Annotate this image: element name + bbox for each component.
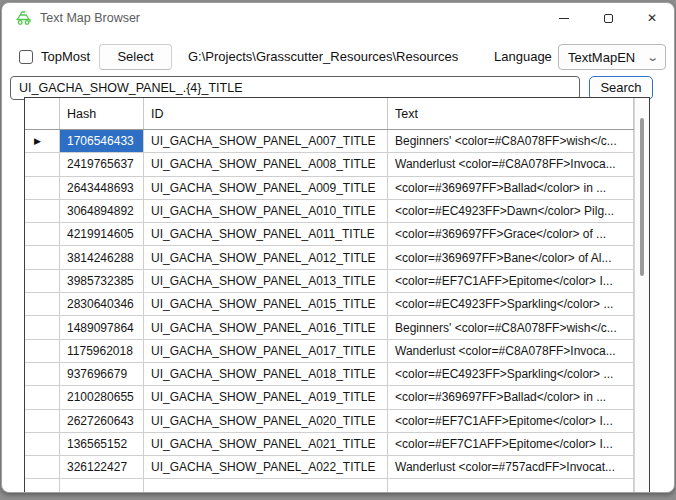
text-cell[interactable]: <color=#EC4923FF>Dawn</color> Pilg... [388,200,634,222]
text-cell[interactable]: <color=#EF7C1AFF>Epitome</color> I... [388,270,634,292]
row-header-cell[interactable] [25,177,60,199]
row-header-cell[interactable] [25,456,60,478]
table-row[interactable]: 326122427 UI_GACHA_SHOW_PANEL_A022_TITLE… [25,456,634,479]
hash-cell[interactable]: 2627260643 [60,410,144,432]
hash-cell[interactable]: 1175962018 [60,340,144,362]
minimize-button[interactable] [542,3,586,33]
scrollbar-thumb[interactable] [640,118,644,276]
table-row[interactable]: 3814246288 UI_GACHA_SHOW_PANEL_A012_TITL… [25,246,634,269]
row-header-cell[interactable]: ▶ [25,130,60,152]
id-cell[interactable]: UI_GACHA_SHOW_PANEL_A011_TITLE [144,223,388,245]
hash-cell[interactable]: 1706546433 [60,130,144,152]
text-cell[interactable]: Beginners' <color=#C8A078FF>wish</c... [388,316,634,338]
hash-cell[interactable]: 2643448693 [60,177,144,199]
hash-cell[interactable]: 136565152 [60,433,144,455]
hash-cell[interactable]: 3985732385 [60,270,144,292]
row-header-cell[interactable] [25,479,60,493]
hash-cell[interactable]: 4219914605 [60,223,144,245]
table-row[interactable] [25,479,634,493]
hash-cell[interactable]: 937696679 [60,363,144,385]
column-header-hash[interactable]: Hash [60,98,144,129]
row-header-cell[interactable] [25,363,60,385]
row-header-cell[interactable] [25,433,60,455]
row-header-cell[interactable] [25,293,60,315]
hash-cell[interactable]: 326122427 [60,456,144,478]
column-header-text[interactable]: Text [388,98,634,129]
text-cell[interactable]: <color=#369697FF>Grace</color> of ... [388,223,634,245]
row-header-cell[interactable] [25,246,60,268]
select-button[interactable]: Select [99,44,172,70]
row-header-cell[interactable] [25,316,60,338]
table-row[interactable]: 937696679 UI_GACHA_SHOW_PANEL_A018_TITLE… [25,363,634,386]
hash-cell[interactable]: 1489097864 [60,316,144,338]
text-cell[interactable]: Wanderlust <color=#C8A078FF>Invoca... [388,153,634,175]
id-cell[interactable]: UI_GACHA_SHOW_PANEL_A007_TITLE [144,130,388,152]
close-icon: ✕ [647,12,657,24]
table-row[interactable]: 2627260643 UI_GACHA_SHOW_PANEL_A020_TITL… [25,410,634,433]
resource-path: G:\Projects\Grasscutter_Resources\Resour… [188,43,458,71]
id-cell[interactable]: UI_GACHA_SHOW_PANEL_A012_TITLE [144,246,388,268]
hash-cell[interactable]: 2830640346 [60,293,144,315]
row-header-cell[interactable] [25,200,60,222]
row-header-cell[interactable] [25,340,60,362]
row-header-cell[interactable] [25,153,60,175]
id-cell[interactable]: UI_GACHA_SHOW_PANEL_A013_TITLE [144,270,388,292]
row-header-cell[interactable] [25,270,60,292]
row-header-cell[interactable] [25,386,60,408]
hash-cell[interactable]: 3814246288 [60,246,144,268]
id-cell[interactable]: UI_GACHA_SHOW_PANEL_A010_TITLE [144,200,388,222]
id-cell[interactable]: UI_GACHA_SHOW_PANEL_A008_TITLE [144,153,388,175]
language-dropdown[interactable]: TextMapEN ⌄ [558,44,666,70]
table-row[interactable]: 2830640346 UI_GACHA_SHOW_PANEL_A015_TITL… [25,293,634,316]
hash-cell[interactable]: 2419765637 [60,153,144,175]
column-header-id[interactable]: ID [144,98,388,129]
table-rows: ▶ 1706546433 UI_GACHA_SHOW_PANEL_A007_TI… [25,130,634,493]
id-cell[interactable]: UI_GACHA_SHOW_PANEL_A016_TITLE [144,316,388,338]
text-cell[interactable]: Beginners' <color=#C8A078FF>wish</c... [388,130,634,152]
id-cell[interactable] [144,479,388,493]
table-row[interactable]: 2643448693 UI_GACHA_SHOW_PANEL_A009_TITL… [25,177,634,200]
hash-cell[interactable] [60,479,144,493]
id-cell[interactable]: UI_GACHA_SHOW_PANEL_A009_TITLE [144,177,388,199]
current-row-pointer-icon: ▶ [34,137,41,146]
text-cell[interactable]: <color=#EF7C1AFF>Epitome</color> I... [388,410,634,432]
text-cell[interactable]: <color=#369697FF>Bane</color> of Al... [388,246,634,268]
maximize-button[interactable] [586,3,630,33]
id-cell[interactable]: UI_GACHA_SHOW_PANEL_A020_TITLE [144,410,388,432]
text-cell[interactable]: Wanderlust <color=#757acdFF>Invocat... [388,456,634,478]
table-row[interactable]: 4219914605 UI_GACHA_SHOW_PANEL_A011_TITL… [25,223,634,246]
table-row[interactable]: 1489097864 UI_GACHA_SHOW_PANEL_A016_TITL… [25,316,634,339]
table-row[interactable]: ▶ 1706546433 UI_GACHA_SHOW_PANEL_A007_TI… [25,130,634,153]
id-cell[interactable]: UI_GACHA_SHOW_PANEL_A022_TITLE [144,456,388,478]
id-cell[interactable]: UI_GACHA_SHOW_PANEL_A021_TITLE [144,433,388,455]
id-cell[interactable]: UI_GACHA_SHOW_PANEL_A019_TITLE [144,386,388,408]
grasscutter-logo-icon [15,9,33,27]
text-cell[interactable]: <color=#EC4923FF>Sparkling</color> ... [388,293,634,315]
close-button[interactable]: ✕ [630,3,674,33]
hash-cell[interactable]: 2100280655 [60,386,144,408]
text-cell[interactable]: <color=#EC4923FF>Sparkling</color> ... [388,363,634,385]
row-header-cell[interactable] [25,410,60,432]
topmost-label: TopMost [41,43,90,71]
table-row[interactable]: 3985732385 UI_GACHA_SHOW_PANEL_A013_TITL… [25,270,634,293]
table-row[interactable]: 1175962018 UI_GACHA_SHOW_PANEL_A017_TITL… [25,340,634,363]
minimize-icon [559,18,569,19]
id-cell[interactable]: UI_GACHA_SHOW_PANEL_A017_TITLE [144,340,388,362]
title-bar[interactable]: Text Map Browser ✕ [2,3,674,33]
table-header-row: Hash ID Text [25,98,634,130]
vertical-scrollbar[interactable] [634,98,649,493]
topmost-checkbox[interactable] [19,50,33,64]
hash-cell[interactable]: 3064894892 [60,200,144,222]
table-row[interactable]: 3064894892 UI_GACHA_SHOW_PANEL_A010_TITL… [25,200,634,223]
id-cell[interactable]: UI_GACHA_SHOW_PANEL_A015_TITLE [144,293,388,315]
table-row[interactable]: 2100280655 UI_GACHA_SHOW_PANEL_A019_TITL… [25,386,634,409]
text-cell[interactable]: <color=#EF7C1AFF>Epitome</color> I... [388,433,634,455]
row-header-cell[interactable] [25,223,60,245]
id-cell[interactable]: UI_GACHA_SHOW_PANEL_A018_TITLE [144,363,388,385]
text-cell[interactable]: Wanderlust <color=#C8A078FF>Invoca... [388,340,634,362]
table-row[interactable]: 2419765637 UI_GACHA_SHOW_PANEL_A008_TITL… [25,153,634,176]
text-cell[interactable] [388,479,634,493]
table-row[interactable]: 136565152 UI_GACHA_SHOW_PANEL_A021_TITLE… [25,433,634,456]
text-cell[interactable]: <color=#369697FF>Ballad</color> in ... [388,177,634,199]
text-cell[interactable]: <color=#369697FF>Ballad</color> in ... [388,386,634,408]
